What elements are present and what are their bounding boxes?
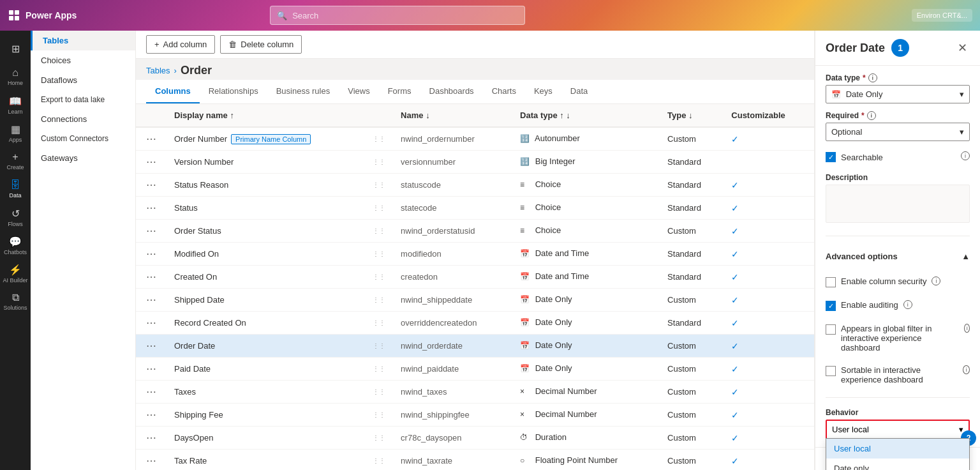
row-dots[interactable]: ⋯ <box>136 220 167 243</box>
table-row[interactable]: ⋯ Order NumberPrimary Name Column ⋮⋮ nwi… <box>136 127 814 151</box>
table-row[interactable]: ⋯ Modified On ⋮⋮ modifiedon 📅 Date and T… <box>136 243 814 266</box>
global-filter-checkbox[interactable] <box>826 324 836 335</box>
delete-column-button[interactable]: 🗑 Delete column <box>220 35 302 54</box>
row-drag: ⋮⋮ <box>365 335 393 358</box>
sidebar-item-gateways[interactable]: Gateways <box>31 148 135 168</box>
row-customizable: ✓ <box>724 312 814 335</box>
right-panel: Order Date 1 ✕ Data type * i 📅 Date Only <box>814 31 980 470</box>
auditing-checkbox[interactable] <box>826 301 836 311</box>
sidebar-icon-apps[interactable]: ▦ Apps <box>3 120 28 146</box>
sidebar-item-choices[interactable]: Choices <box>31 50 135 70</box>
row-dots[interactable]: ⋯ <box>136 335 167 358</box>
tab-columns[interactable]: Columns <box>146 80 200 103</box>
row-dots[interactable]: ⋯ <box>136 358 167 381</box>
col-header-name[interactable]: Name ↓ <box>393 104 512 127</box>
description-textarea[interactable] <box>826 185 970 223</box>
table-row[interactable]: ⋯ Order Status ⋮⋮ nwind_orderstatusid ≡ … <box>136 220 814 243</box>
behavior-select[interactable]: User local ▾ <box>827 421 969 438</box>
sortable-checkbox[interactable] <box>826 366 836 376</box>
sidebar-item-export[interactable]: Export to data lake <box>31 90 135 109</box>
row-dots[interactable]: ⋯ <box>136 197 167 220</box>
advanced-options-toggle[interactable]: Advanced options ▲ <box>826 246 970 266</box>
tab-forms[interactable]: Forms <box>379 80 420 103</box>
row-data-type: ○ Floating Point Number <box>512 450 660 471</box>
sidebar-item-tables[interactable]: Tables <box>31 31 135 50</box>
table-row[interactable]: ⋯ Created On ⋮⋮ createdon 📅 Date and Tim… <box>136 266 814 289</box>
required-select[interactable]: Optional ▾ <box>826 123 970 141</box>
search-bar[interactable]: 🔍 <box>270 6 525 25</box>
row-dots[interactable]: ⋯ <box>136 127 167 151</box>
sortable-info-icon[interactable]: i <box>963 365 970 374</box>
table-row[interactable]: ⋯ Record Created On ⋮⋮ overriddencreated… <box>136 312 814 335</box>
tab-views[interactable]: Views <box>339 80 378 103</box>
sidebar-item-connections[interactable]: Connections <box>31 109 135 129</box>
row-dots[interactable]: ⋯ <box>136 266 167 289</box>
tab-business-rules[interactable]: Business rules <box>267 80 339 103</box>
table-row[interactable]: ⋯ Shipping Fee ⋮⋮ nwind_shippingfee × De… <box>136 404 814 427</box>
tab-data[interactable]: Data <box>561 80 597 103</box>
table-row[interactable]: ⋯ Taxes ⋮⋮ nwind_taxes × Decimal Number … <box>136 381 814 404</box>
column-security-checkbox[interactable] <box>826 277 836 287</box>
tab-keys[interactable]: Keys <box>525 80 561 103</box>
sidebar-icon-data[interactable]: 🗄 Data <box>3 176 28 202</box>
sidebar-icon-chatbots[interactable]: 💬 Chatbots <box>3 232 28 258</box>
row-dots[interactable]: ⋯ <box>136 243 167 266</box>
tab-charts[interactable]: Charts <box>483 80 525 103</box>
row-data-type: ⏱ Duration <box>512 427 660 450</box>
close-icon[interactable]: ✕ <box>955 38 970 57</box>
sidebar-icon-ai[interactable]: ⚡ AI Builder <box>3 261 28 286</box>
auditing-info-icon[interactable]: i <box>903 300 912 309</box>
data-type-select[interactable]: 📅 Date Only ▾ <box>826 85 970 103</box>
row-drag: ⋮⋮ <box>365 174 393 197</box>
table-row[interactable]: ⋯ DaysOpen ⋮⋮ cr78c_daysopen ⏱ Duration … <box>136 427 814 450</box>
behavior-label: Behavior <box>826 408 970 417</box>
sidebar-item-connectors[interactable]: Custom Connectors <box>31 129 135 148</box>
sidebar-icon-create[interactable]: + Create <box>3 148 28 174</box>
column-security-info-icon[interactable]: i <box>932 277 940 285</box>
global-filter-info-icon[interactable]: i <box>964 324 970 333</box>
table-row[interactable]: ⋯ Paid Date ⋮⋮ nwind_paiddate 📅 Date Onl… <box>136 358 814 381</box>
row-dots[interactable]: ⋯ <box>136 404 167 427</box>
searchable-info-icon[interactable]: i <box>961 151 970 160</box>
table-row[interactable]: ⋯ Order Date ⋮⋮ nwind_orderdate 📅 Date O… <box>136 335 814 358</box>
behavior-option-date-only[interactable]: Date only <box>826 459 969 470</box>
breadcrumb-tables[interactable]: Tables <box>146 66 170 75</box>
row-dots[interactable]: ⋯ <box>136 427 167 450</box>
tab-dashboards[interactable]: Dashboards <box>420 80 483 103</box>
table-area: Display name ↑ Name ↓ Data type ↑ ↓ Type… <box>136 104 814 470</box>
sidebar-icon-learn[interactable]: 📖 Learn <box>3 92 28 118</box>
row-customizable: ✓ <box>724 404 814 427</box>
search-input[interactable] <box>292 11 518 20</box>
col-header-type[interactable]: Type ↓ <box>660 104 724 127</box>
app-logo[interactable]: Power Apps <box>8 9 77 22</box>
searchable-checkbox[interactable] <box>826 152 836 162</box>
table-row[interactable]: ⋯ Shipped Date ⋮⋮ nwind_shippeddate 📅 Da… <box>136 289 814 312</box>
table-row[interactable]: ⋯ Version Number ⋮⋮ versionnumber 🔢 Big … <box>136 151 814 174</box>
required-info-icon[interactable]: i <box>867 111 876 120</box>
row-dots[interactable]: ⋯ <box>136 312 167 335</box>
row-dots[interactable]: ⋯ <box>136 450 167 471</box>
add-column-button[interactable]: + Add column <box>146 35 215 54</box>
table-row[interactable]: ⋯ Tax Rate ⋮⋮ nwind_taxrate ○ Floating P… <box>136 450 814 471</box>
sidebar-item-dataflows[interactable]: Dataflows <box>31 70 135 90</box>
sidebar-icon-flows[interactable]: ↺ Flows <box>3 204 28 230</box>
table-row[interactable]: ⋯ Status ⋮⋮ statecode ≡ Choice Standard … <box>136 197 814 220</box>
row-display-name: Status Reason <box>167 174 365 197</box>
row-drag: ⋮⋮ <box>365 197 393 220</box>
col-header-data-type[interactable]: Data type ↑ ↓ <box>512 104 660 127</box>
sidebar-icon-home[interactable]: ⌂ Home <box>3 64 28 89</box>
column-security-row: Enable column security i <box>826 274 970 290</box>
sidebar-icon-grid[interactable]: ⊞ <box>3 36 28 61</box>
row-dots[interactable]: ⋯ <box>136 174 167 197</box>
behavior-option-user-local[interactable]: User local <box>826 439 969 459</box>
row-dots[interactable]: ⋯ <box>136 381 167 404</box>
row-name: statuscode <box>393 174 512 197</box>
svg-rect-2 <box>9 16 13 20</box>
row-dots[interactable]: ⋯ <box>136 289 167 312</box>
col-header-display-name[interactable]: Display name ↑ <box>167 104 365 127</box>
table-row[interactable]: ⋯ Status Reason ⋮⋮ statuscode ≡ Choice S… <box>136 174 814 197</box>
tab-relationships[interactable]: Relationships <box>200 80 267 103</box>
row-dots[interactable]: ⋯ <box>136 151 167 174</box>
data-type-info-icon[interactable]: i <box>868 73 877 82</box>
sidebar-icon-solutions[interactable]: ⧉ Solutions <box>3 289 28 314</box>
